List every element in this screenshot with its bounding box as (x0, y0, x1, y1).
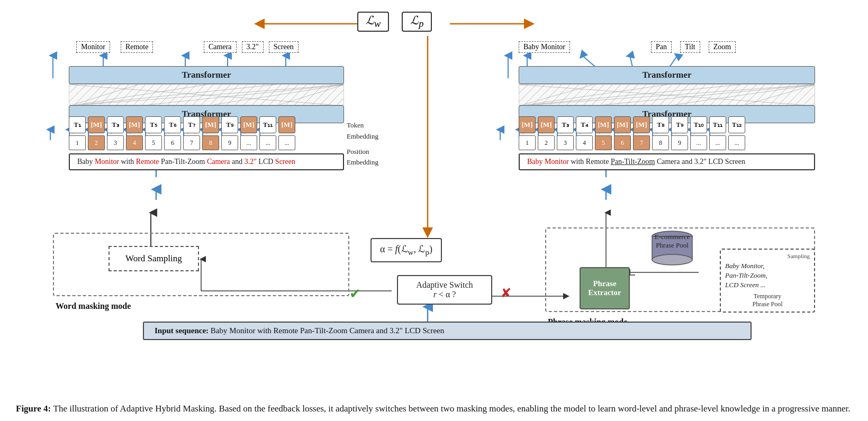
loss-symbols-container: ℒw ℒp (357, 12, 432, 32)
right-transformer-top: Transformer Transformer (519, 66, 815, 123)
ecommerce-label: E-commercePhrase Pool (640, 233, 704, 250)
input-sequence-bold: Input sequence: (155, 326, 209, 335)
rtoken-T3: T₃ (557, 116, 574, 133)
token-M8: [M] (202, 116, 219, 133)
pos-dots3: ... (278, 135, 295, 150)
left-pos-row: 1 2 3 4 5 6 7 8 9 ... ... ... (69, 135, 295, 150)
embedding-labels-left: TokenEmbedding PositionEmbedding (347, 120, 378, 168)
rpos-8: 8 (652, 135, 669, 150)
rtoken-T8: T₈ (652, 116, 669, 133)
bottom-input-box: Input sequence: Baby Monitor with Remote… (143, 322, 752, 340)
checkmark-icon: ✔ (349, 286, 361, 302)
pos-8: 8 (202, 135, 219, 150)
rpos-9: 9 (671, 135, 688, 150)
pos-3: 3 (107, 135, 124, 150)
main-container: ℒw ℒp Monitor Remote Camera 3.2" Screen … (0, 0, 868, 421)
rpos-3: 3 (557, 135, 574, 150)
label-baby-monitor-top: Baby Monitor (519, 41, 570, 53)
rtoken-T11: T₁₁ (709, 116, 726, 133)
rtoken-T9: T₉ (671, 116, 688, 133)
pos-1: 1 (69, 135, 86, 150)
rtoken-M2: [M] (538, 116, 555, 133)
pos-9: 9 (221, 135, 238, 150)
rtoken-M1: [M] (519, 116, 536, 133)
loss-p-box: ℒp (402, 12, 432, 32)
pos-4: 4 (126, 135, 143, 150)
label-pan: Pan (651, 41, 672, 53)
right-input-sentence: Baby Monitor with Remote Pan-Tilt-Zoom C… (519, 153, 815, 170)
phrase-extractor-box: Phrase Extractor (580, 267, 630, 309)
rpos-dots2: ... (709, 135, 726, 150)
svg-rect-52 (69, 85, 343, 105)
rtoken-T12: T₁₂ (728, 116, 745, 133)
token-T11: T₁₁ (259, 116, 276, 133)
crosshatch-svg (69, 85, 343, 105)
svg-rect-61 (519, 85, 815, 105)
token-M4: [M] (126, 116, 143, 133)
svg-point-72 (652, 254, 692, 265)
rpos-1: 1 (519, 135, 536, 150)
token-T6: T₆ (164, 116, 181, 133)
figure-label: Figure 4: (16, 404, 53, 414)
rpos-7: 7 (633, 135, 650, 150)
rpos-dots3: ... (728, 135, 745, 150)
token-M10: [M] (240, 116, 257, 133)
word-masking-mode-label: Word masking mode (56, 301, 131, 311)
adaptive-switch-label: Adaptive Switchr < α ? (416, 280, 473, 299)
left-transformer-top: Transformer (69, 66, 344, 123)
label-monitor: Monitor (76, 41, 110, 53)
ecommerce-pool-container: E-commercePhrase Pool (651, 230, 693, 269)
right-top-labels2: Pan Tilt Zoom (651, 41, 736, 53)
right-token-row: [M] [M] T₃ T₄ [M] [M] [M] T₈ T₉ T₁₀ T₁₁ … (519, 116, 745, 133)
token-T7: T₇ (183, 116, 200, 133)
token-embedding-label: TokenEmbedding (347, 120, 378, 142)
left-top-labels2: Camera 3.2" Screen (204, 41, 299, 53)
left-input-sentence: Baby Monitor with Remote Pan-Tilt-Zoom C… (69, 153, 344, 170)
label-screen-left: Screen (269, 41, 299, 53)
label-tilt: Tilt (680, 41, 700, 53)
right-crosshatch (519, 84, 815, 105)
label-zoom: Zoom (709, 41, 736, 53)
rpos-6: 6 (614, 135, 631, 150)
rtoken-M6: [M] (614, 116, 631, 133)
rpos-4: 4 (576, 135, 593, 150)
token-M2: [M] (88, 116, 105, 133)
rtoken-M5: [M] (595, 116, 612, 133)
token-M12: [M] (278, 116, 295, 133)
temp-pool-box: Sampling Baby Monitor,Pan-Tilt-Zoom,LCD … (720, 249, 815, 313)
pos-7: 7 (183, 135, 200, 150)
caption-text: The illustration of Adaptive Hybrid Mask… (53, 404, 851, 414)
token-T1: T₁ (69, 116, 86, 133)
pos-6: 6 (164, 135, 181, 150)
temporary-phrase-pool-label: TemporaryPhrase Pool (725, 292, 810, 308)
token-T3: T₃ (107, 116, 124, 133)
crosshatch-svg-right (519, 85, 815, 105)
word-masking-dashed-box (53, 233, 349, 296)
label-camera: Camera (204, 41, 237, 53)
left-top-labels: Monitor Remote (76, 41, 153, 53)
sampling-label: Sampling (725, 253, 810, 259)
rtoken-T4: T₄ (576, 116, 593, 133)
pos-2: 2 (88, 135, 105, 150)
pos-dots2: ... (259, 135, 276, 150)
right-pos-row: 1 2 3 4 5 6 7 8 9 ... ... ... (519, 135, 745, 150)
alpha-formula-box: α = f(ℒw, ℒp) (370, 238, 442, 262)
temp-pool-text: Baby Monitor,Pan-Tilt-Zoom,LCD Screen ..… (725, 261, 810, 290)
pos-dots1: ... (240, 135, 257, 150)
adaptive-switch-box: Adaptive Switchr < α ? (397, 275, 492, 305)
right-top-labels: Baby Monitor (519, 41, 570, 53)
input-sequence-text: Baby Monitor with Remote Pan-Tilt-Zoom C… (211, 326, 444, 335)
rtoken-T10: T₁₀ (690, 116, 707, 133)
left-token-row: T₁ [M] T₃ [M] T₅ T₆ T₇ [M] T₉ [M] T₁₁ [M… (69, 116, 295, 133)
rtoken-M7: [M] (633, 116, 650, 133)
crossmark-icon: ✘ (501, 286, 511, 300)
label-3-2: 3.2" (242, 41, 264, 53)
rpos-5: 5 (595, 135, 612, 150)
left-transformer-top-block: Transformer (69, 66, 344, 84)
caption-area: Figure 4: The illustration of Adaptive H… (16, 402, 852, 416)
diagram-area: ℒw ℒp Monitor Remote Camera 3.2" Screen … (16, 5, 852, 344)
left-crosshatch (69, 84, 344, 105)
label-remote: Remote (121, 41, 153, 53)
pos-5: 5 (145, 135, 162, 150)
token-T9: T₉ (221, 116, 238, 133)
